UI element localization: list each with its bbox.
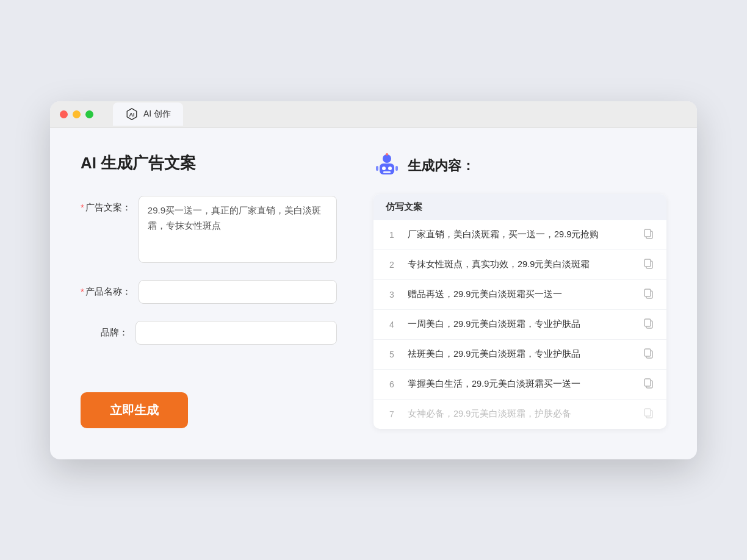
table-header: 仿写文案 [374, 194, 666, 220]
row-text: 赠品再送，29.9元美白淡斑霜买一送一 [408, 288, 633, 301]
close-button[interactable] [60, 110, 68, 118]
table-row: 5祛斑美白，29.9元美白淡斑霜，专业护肤品 [374, 340, 666, 370]
svg-rect-10 [395, 166, 398, 171]
ad-copy-group: *广告文案： 29.9买一送一，真正的厂家直销，美白淡斑霜，专抹女性斑点 [81, 196, 337, 263]
page-title: AI 生成广告文案 [81, 153, 337, 174]
ad-copy-label: *广告文案： [81, 196, 139, 215]
row-text: 厂家直销，美白淡斑霜，买一送一，29.9元抢购 [408, 228, 633, 242]
svg-rect-22 [644, 379, 651, 386]
svg-point-8 [386, 153, 388, 156]
row-number: 1 [386, 230, 398, 240]
svg-rect-24 [644, 409, 651, 416]
row-number: 4 [386, 320, 398, 329]
product-name-group: *产品名称： 美白淡斑霜 [81, 280, 337, 304]
product-name-input[interactable]: 美白淡斑霜 [139, 280, 337, 304]
row-text: 女神必备，29.9元美白淡斑霜，护肤必备 [408, 407, 633, 421]
left-panel: AI 生成广告文案 *广告文案： 29.9买一送一，真正的厂家直销，美白淡斑霜，… [81, 153, 337, 429]
traffic-lights [60, 110, 93, 118]
copy-icon [643, 407, 654, 421]
svg-rect-6 [383, 171, 391, 173]
copy-icon[interactable] [643, 318, 654, 331]
svg-rect-18 [644, 319, 651, 326]
result-header: 生成内容： [374, 153, 666, 179]
browser-window: AI AI 创作 AI 生成广告文案 *广告文案： 29.9买一送一，真正的厂家… [50, 101, 697, 459]
brand-input[interactable]: 好白 [135, 321, 337, 345]
ad-copy-required-mark: * [81, 202, 84, 212]
copy-icon[interactable] [643, 348, 654, 361]
result-table: 仿写文案 1厂家直销，美白淡斑霜，买一送一，29.9元抢购 2专抹女性斑点，真实… [374, 194, 666, 429]
result-title: 生成内容： [408, 157, 475, 175]
row-text: 专抹女性斑点，真实功效，29.9元美白淡斑霜 [408, 258, 633, 271]
svg-rect-9 [376, 166, 378, 171]
ad-copy-input[interactable]: 29.9买一送一，真正的厂家直销，美白淡斑霜，专抹女性斑点 [139, 196, 337, 263]
svg-rect-12 [644, 229, 651, 237]
table-row: 3赠品再送，29.9元美白淡斑霜买一送一 [374, 280, 666, 310]
brand-label: 品牌： [81, 321, 135, 340]
svg-rect-16 [644, 289, 651, 296]
content-area: AI 生成广告文案 *广告文案： 29.9买一送一，真正的厂家直销，美白淡斑霜，… [50, 128, 697, 459]
maximize-button[interactable] [85, 110, 93, 118]
row-text: 祛斑美白，29.9元美白淡斑霜，专业护肤品 [408, 348, 633, 361]
table-row: 7女神必备，29.9元美白淡斑霜，护肤必备 [374, 400, 666, 429]
brand-group: 品牌： 好白 [81, 321, 337, 345]
table-row: 4一周美白，29.9元美白淡斑霜，专业护肤品 [374, 310, 666, 340]
copy-icon[interactable] [643, 228, 654, 242]
svg-point-4 [382, 167, 386, 170]
row-number: 6 [386, 379, 398, 389]
svg-text:AI: AI [129, 112, 134, 118]
product-name-label: *产品名称： [81, 280, 139, 299]
row-text: 一周美白，29.9元美白淡斑霜，专业护肤品 [408, 318, 633, 331]
row-number: 2 [386, 260, 398, 270]
svg-rect-20 [644, 349, 651, 356]
copy-icon[interactable] [643, 378, 654, 391]
product-required-mark: * [81, 286, 84, 296]
minimize-button[interactable] [73, 110, 81, 118]
generate-button[interactable]: 立即生成 [81, 392, 188, 428]
ai-tab-icon: AI [125, 107, 139, 121]
row-number: 5 [386, 350, 398, 359]
right-panel: 生成内容： 仿写文案 1厂家直销，美白淡斑霜，买一送一，29.9元抢购 2专抹女… [374, 153, 666, 429]
robot-icon [374, 153, 400, 179]
titlebar: AI AI 创作 [50, 101, 697, 128]
svg-point-5 [388, 167, 392, 170]
copy-icon[interactable] [643, 258, 654, 271]
copy-icon[interactable] [643, 288, 654, 301]
row-number: 7 [386, 409, 398, 419]
table-row: 6掌握美白生活，29.9元美白淡斑霜买一送一 [374, 370, 666, 400]
ai-creation-tab[interactable]: AI AI 创作 [113, 102, 183, 126]
row-text: 掌握美白生活，29.9元美白淡斑霜买一送一 [408, 378, 633, 391]
table-row: 1厂家直销，美白淡斑霜，买一送一，29.9元抢购 [374, 220, 666, 250]
svg-rect-14 [644, 259, 651, 267]
tab-label: AI 创作 [143, 109, 171, 120]
table-row: 2专抹女性斑点，真实功效，29.9元美白淡斑霜 [374, 250, 666, 280]
row-number: 3 [386, 290, 398, 300]
